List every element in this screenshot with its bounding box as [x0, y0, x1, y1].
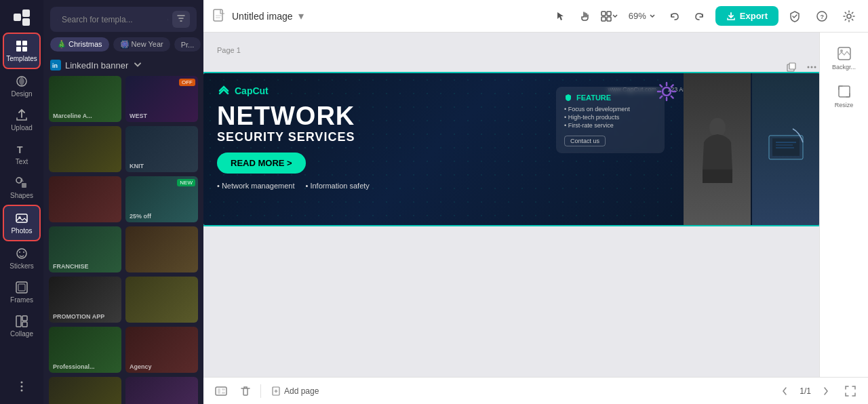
- svg-rect-17: [16, 282, 27, 293]
- svg-text:T: T: [17, 144, 23, 155]
- svg-rect-53: [839, 86, 850, 97]
- banner-photo-tech: [752, 73, 819, 225]
- view-options-button[interactable]: [599, 5, 620, 27]
- banner-features: • Network management • Information safet…: [217, 182, 542, 190]
- svg-rect-34: [607, 17, 611, 21]
- filter-button[interactable]: [172, 11, 190, 28]
- template-card[interactable]: [49, 176, 121, 222]
- template-card[interactable]: Holistic: [125, 377, 198, 404]
- svg-rect-55: [218, 388, 220, 394]
- magic-wand-icon[interactable]: ✦: [167, 14, 168, 26]
- banner-content: www.CapCut.com 123 Anywhere St., Any Cit…: [203, 73, 819, 225]
- settings-button[interactable]: [838, 5, 860, 27]
- template-card[interactable]: Agency: [125, 327, 198, 373]
- template-card[interactable]: [49, 126, 121, 172]
- sidebar-item-stickers[interactable]: Stickers: [3, 241, 41, 275]
- background-panel-button[interactable]: Backgr...: [824, 41, 865, 76]
- svg-rect-18: [18, 284, 25, 291]
- template-card[interactable]: Marceline A...: [49, 76, 121, 122]
- export-button[interactable]: Export: [715, 6, 778, 26]
- next-page-button[interactable]: [816, 382, 835, 401]
- svg-rect-45: [703, 169, 732, 183]
- chip-new-year[interactable]: 🎆 New Year: [113, 37, 170, 52]
- svg-rect-57: [222, 392, 225, 394]
- svg-rect-47: [772, 138, 800, 156]
- undo-button[interactable]: [664, 5, 686, 27]
- redo-button[interactable]: [688, 5, 710, 27]
- svg-rect-21: [22, 322, 27, 327]
- template-card[interactable]: [125, 277, 198, 323]
- top-toolbar: Untitled image ▾: [203, 0, 868, 33]
- chip-christmas[interactable]: 🎄 Christmas: [50, 37, 109, 52]
- sidebar-item-shapes[interactable]: Shapes: [3, 171, 41, 205]
- prev-page-icon: [780, 386, 789, 396]
- banner-photos: [684, 73, 819, 225]
- search-input[interactable]: [62, 15, 163, 24]
- svg-rect-19: [16, 316, 21, 327]
- next-page-icon: [821, 386, 831, 396]
- document-icon: [212, 9, 226, 24]
- svg-rect-56: [222, 388, 225, 390]
- svg-rect-4: [22, 41, 27, 45]
- template-card[interactable]: 25% off NEW: [125, 176, 198, 222]
- sidebar-item-collage[interactable]: Collage: [3, 309, 41, 343]
- linkedin-banner-selector[interactable]: in LinkedIn banner: [43, 57, 203, 76]
- page-options-button[interactable]: [803, 58, 819, 76]
- sidebar-item-frames[interactable]: Frames: [3, 275, 41, 309]
- add-page-icon: [272, 386, 281, 396]
- page-label: Page 1: [217, 46, 241, 54]
- canvas-main: Page 1: [203, 33, 868, 377]
- svg-rect-1: [22, 9, 30, 17]
- template-card[interactable]: PROMOTION APP: [49, 277, 121, 323]
- template-card[interactable]: KNIT: [125, 126, 198, 172]
- svg-rect-3: [16, 41, 21, 45]
- template-card[interactable]: FRANCHISE: [49, 226, 121, 272]
- add-page-button[interactable]: Add page: [267, 384, 324, 399]
- sidebar-item-upload[interactable]: Upload: [3, 103, 41, 137]
- svg-text:?: ?: [821, 14, 825, 20]
- svg-point-42: [814, 66, 816, 68]
- svg-rect-39: [789, 63, 795, 69]
- resize-panel-button[interactable]: Resize: [824, 79, 865, 114]
- search-icon: [57, 15, 58, 24]
- template-card[interactable]: Professional...: [49, 327, 121, 373]
- canvas-workspace: Page 1: [203, 33, 819, 377]
- banner-cta-button[interactable]: READ MORE >: [217, 153, 306, 174]
- app-logo[interactable]: [8, 5, 35, 30]
- page-thumbnail-button[interactable]: [212, 382, 231, 401]
- pointer-tool[interactable]: [550, 5, 572, 27]
- canvas-banner[interactable]: www.CapCut.com 123 Anywhere St., Any Cit…: [203, 72, 819, 226]
- document-title: Untitled image: [232, 11, 293, 22]
- sidebar-item-photos[interactable]: Photos: [3, 205, 41, 241]
- zoom-control[interactable]: 69%: [623, 8, 661, 24]
- banner-subheadline: SECURITY SERVICES: [217, 130, 542, 144]
- template-grid: Marceline A... WEST OFF KNIT 25% off NEW…: [43, 76, 203, 404]
- page-controls: [783, 58, 819, 76]
- sidebar-item-templates[interactable]: Templates: [3, 33, 41, 69]
- svg-point-41: [811, 66, 813, 68]
- svg-rect-32: [607, 12, 611, 16]
- fit-to-screen-button[interactable]: [841, 382, 860, 401]
- page-duplicate-button[interactable]: [783, 58, 800, 76]
- page-navigation: 1/1: [775, 382, 835, 401]
- template-card[interactable]: [49, 377, 121, 404]
- delete-page-button[interactable]: [236, 382, 255, 401]
- sidebar-item-text[interactable]: T Text: [3, 137, 41, 171]
- template-card[interactable]: [125, 226, 198, 272]
- sidebar-item-design[interactable]: Design: [3, 69, 41, 103]
- help-button[interactable]: ?: [811, 5, 833, 27]
- banner-photo-hacker: [684, 73, 751, 225]
- bottom-bar: Add page 1/1: [203, 377, 868, 404]
- template-card[interactable]: WEST OFF: [125, 76, 198, 122]
- title-chevron[interactable]: ▾: [298, 9, 304, 22]
- capcut-logo-icon: [217, 84, 231, 98]
- svg-point-15: [19, 251, 20, 253]
- banner-left: CapCut NETWORK SECURITY SERVICES READ MO…: [203, 73, 556, 225]
- prev-page-button[interactable]: [775, 382, 794, 401]
- svg-point-40: [808, 66, 810, 68]
- hand-tool[interactable]: [574, 5, 596, 27]
- sidebar-item-more[interactable]: [3, 374, 41, 399]
- gear-decoration: [656, 81, 677, 104]
- chip-pro[interactable]: Pr...: [174, 37, 201, 52]
- shield-button[interactable]: [784, 5, 806, 27]
